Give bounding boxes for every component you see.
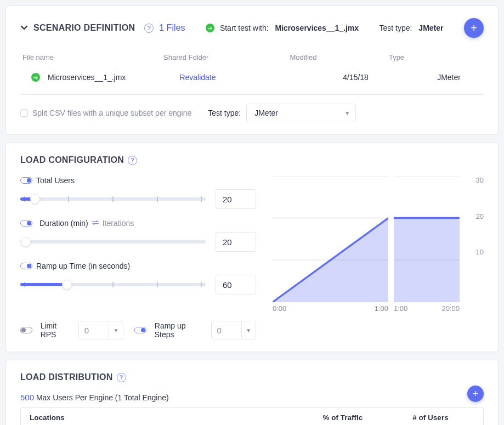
file-type: JMeter	[403, 73, 496, 82]
duration-input[interactable]	[216, 232, 256, 252]
total-users-slider[interactable]	[20, 197, 206, 201]
y-tick-10: 10	[476, 248, 484, 256]
chevron-down-icon[interactable]	[20, 24, 28, 33]
limit-rps-label: Limit RPS	[41, 321, 74, 339]
col-file-name: File name	[22, 53, 163, 61]
total-users-input[interactable]	[216, 189, 256, 209]
file-count: 1 Files	[159, 23, 185, 33]
chevron-down-icon[interactable]: ▼	[241, 321, 256, 339]
test-type-select-label: Test type:	[208, 109, 241, 117]
load-chart: 0:00 1:00 1:00 20:00 30 20	[273, 176, 484, 291]
test-type-select-value: JMeter	[254, 109, 278, 117]
total-users-label: Total Users	[36, 176, 75, 185]
chart2-x-end: 20:00	[441, 304, 460, 313]
scenario-title: SCENARIO DEFINITION	[33, 23, 135, 33]
col-shared-folder: Shared Folder	[163, 53, 257, 61]
rampup-steps-input[interactable]: ▼	[211, 321, 257, 339]
file-row: ➔ Microservices__1_.jmx Revalidate 4/15/…	[20, 67, 484, 95]
duration-label: Duration (min)	[39, 219, 88, 228]
add-button[interactable]: +	[464, 18, 484, 38]
limit-rps-toggle[interactable]	[20, 327, 32, 333]
help-icon[interactable]: ?	[128, 156, 137, 165]
add-location-button[interactable]: +	[467, 386, 484, 402]
rampup-steps-toggle[interactable]	[134, 327, 146, 333]
file-name: Microservices__1_.jmx	[48, 73, 126, 82]
chart2-x-start: 1:00	[394, 304, 407, 313]
start-test-file: Microservices__1_.jmx	[275, 24, 359, 32]
iterations-label: Iterations	[103, 219, 134, 228]
col-locations: Locations	[30, 413, 299, 422]
load-config-title: LOAD CONFIGURATION	[20, 155, 124, 165]
rampup-toggle[interactable]	[20, 263, 32, 269]
start-test-label: Start test with:	[220, 24, 269, 32]
rampup-label: Ramp up Time (in seconds)	[36, 262, 130, 270]
rampup-steps-label: Ramp up Steps	[155, 321, 207, 339]
load-distribution-card: LOAD DISTRIBUTION ? 500 Max Users Per En…	[5, 360, 499, 425]
y-tick-30: 30	[476, 176, 484, 184]
scenario-card: SCENARIO DEFINITION ? 1 Files ➔ Start te…	[5, 5, 499, 135]
arrow-right-icon: ➔	[31, 73, 40, 82]
col-modified: Modified	[257, 53, 350, 61]
duration-toggle[interactable]	[20, 220, 32, 226]
test-type-select[interactable]: JMeter ▼	[246, 104, 356, 122]
chart1-x-end: 1:00	[375, 304, 388, 313]
chevron-down-icon[interactable]: ▼	[109, 321, 123, 339]
col-pct-traffic: % of Traffic	[299, 413, 387, 422]
load-config-card: LOAD CONFIGURATION ? Total Users	[5, 143, 499, 352]
help-icon[interactable]: ?	[117, 373, 126, 382]
y-tick-20: 20	[476, 212, 484, 220]
load-dist-title: LOAD DISTRIBUTION	[20, 372, 113, 382]
total-users-toggle[interactable]	[20, 177, 32, 184]
rampup-input[interactable]	[216, 275, 256, 294]
max-users-value: 500	[20, 393, 34, 402]
help-icon[interactable]: ?	[144, 24, 154, 33]
split-csv-label: Split CSV files with a unique subset per…	[32, 109, 191, 117]
col-type: Type	[350, 53, 443, 61]
rampup-slider[interactable]	[20, 283, 206, 286]
max-users-label: Max Users Per Engine (1 Total Engine)	[36, 393, 169, 402]
test-type-value: JMeter	[418, 24, 443, 32]
chart1-x-start: 0:00	[273, 304, 286, 313]
limit-rps-input[interactable]: ▼	[78, 321, 123, 339]
test-type-label: Test type:	[380, 24, 412, 32]
file-modified: 4/15/18	[309, 73, 403, 82]
split-csv-checkbox[interactable]: Split CSV files with a unique subset per…	[20, 109, 191, 117]
revalidate-link[interactable]: Revalidate	[179, 73, 216, 82]
chevron-down-icon: ▼	[344, 110, 350, 116]
col-num-users: # of Users	[387, 413, 474, 422]
arrow-right-icon: ➔	[206, 24, 214, 32]
duration-slider[interactable]	[20, 240, 206, 243]
swap-icon[interactable]	[92, 219, 99, 228]
